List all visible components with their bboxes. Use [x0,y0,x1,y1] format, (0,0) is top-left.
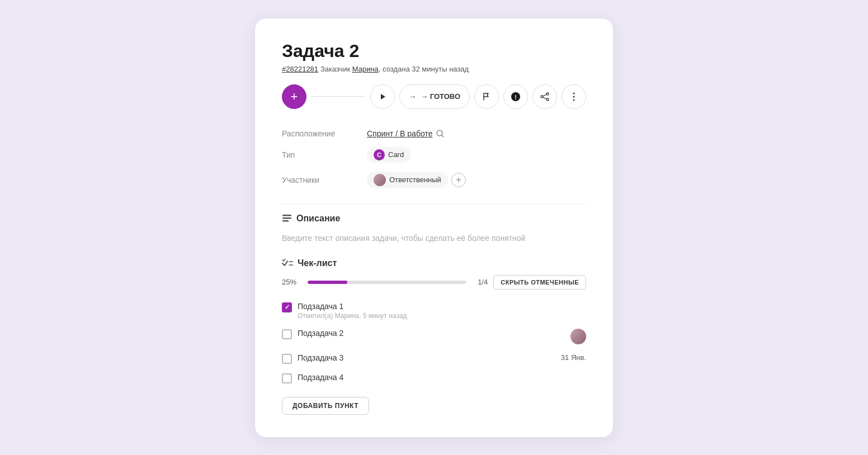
hide-checked-button[interactable]: СКРЫТЬ ОТМЕЧЕННЫЕ [493,275,586,290]
description-icon [282,214,292,223]
type-name: Card [388,150,404,159]
checklist-icon [282,259,293,268]
checklist-item-content-2: Подзадача 2 [298,329,565,338]
checklist-item: Подзадача 1 Отметил(а) Марина, 5 минут н… [282,297,586,324]
svg-text:!: ! [515,93,517,100]
checkbox-1[interactable] [282,302,292,312]
progress-bar-fill [308,281,347,284]
checklist-items: Подзадача 1 Отметил(а) Марина, 5 минут н… [282,297,586,388]
assignee-value: Ответственный + [367,172,466,188]
type-value: C Card [367,147,411,163]
checklist-item-content-1: Подзадача 1 Отметил(а) Марина, 5 минут н… [298,302,586,320]
checklist-progress: 25% 1/4 СКРЫТЬ ОТМЕЧЕННЫЕ [282,275,586,290]
svg-point-3 [546,93,549,95]
location-field: Расположение Спринт / В работе [282,125,586,143]
type-label: Тип [282,150,349,159]
assignee-badge[interactable]: Ответственный [367,172,448,188]
assignee-avatar [374,174,386,186]
location-link[interactable]: Спринт / В работе [367,129,432,138]
checkbox-2[interactable] [282,329,292,339]
description-title: Описание [282,214,586,224]
location-label: Расположение [282,129,349,138]
subtask-3-right: 31 Янв. [561,353,586,362]
svg-marker-0 [381,94,385,99]
progress-bar-bg [308,281,466,284]
checklist-item: Подзадача 2 [282,324,586,349]
add-point-button[interactable]: ДОБАВИТЬ ПУНКТ [282,397,369,415]
svg-line-7 [543,97,546,99]
add-assignee-button[interactable]: + [451,173,466,187]
checkbox-4[interactable] [282,373,292,383]
checklist-item: Подзадача 3 31 Янв. [282,349,586,368]
progress-count: 1/4 [472,278,488,286]
assignee-field: Участники Ответственный + [282,167,586,193]
checklist-item-content-3: Подзадача 3 [298,353,555,362]
task-meta: #28221281 Заказчик Марина, создана 32 ми… [282,65,586,73]
svg-point-4 [541,96,543,98]
subtask-2-name: Подзадача 2 [298,329,565,338]
assignee-label: Участники [282,176,349,184]
subtask-3-date: 31 Янв. [561,353,586,362]
subtask-1-name: Подзадача 1 [298,302,586,311]
type-badge[interactable]: C Card [367,147,411,163]
subtask-1-meta: Отметил(а) Марина, 5 минут назад [298,312,586,320]
search-icon[interactable] [436,129,445,138]
svg-rect-15 [282,220,289,222]
flag-button[interactable] [474,84,499,109]
svg-line-6 [543,94,546,96]
svg-point-8 [573,92,575,94]
description-section: Описание Введите текст описания задачи, … [282,214,586,247]
svg-point-5 [546,98,549,101]
svg-rect-14 [282,217,291,219]
task-card: Задача 2 #28221281 Заказчик Марина, созд… [255,18,613,437]
divider-1 [282,204,586,205]
checklist-item: Подзадача 4 [282,368,586,388]
checklist-header: Чек-лист [282,258,586,268]
svg-point-10 [573,99,575,101]
more-button[interactable] [562,84,586,109]
ready-button[interactable]: → → ГОТОВО [399,84,470,109]
location-value: Спринт / В работе [367,129,445,138]
subtask-2-avatar [570,329,586,344]
subtask-2-right [570,329,586,344]
progress-percent: 25% [282,278,302,286]
add-button[interactable]: + [282,84,306,109]
checklist-section: Чек-лист 25% 1/4 СКРЫТЬ ОТМЕЧЕННЫЕ Подза… [282,258,586,415]
subtask-4-name: Подзадача 4 [298,373,586,382]
subtask-3-name: Подзадача 3 [298,353,555,362]
checkbox-3[interactable] [282,354,292,364]
customer-link[interactable]: Марина [352,65,379,73]
assignee-name: Ответственный [389,176,441,184]
description-placeholder[interactable]: Введите текст описания задачи, чтобы сде… [282,229,586,247]
task-fields: Расположение Спринт / В работе Тип C Car… [282,125,586,193]
checklist-item-content-4: Подзадача 4 [298,373,586,382]
task-title: Задача 2 [282,41,586,61]
svg-line-12 [442,135,444,137]
svg-rect-13 [282,215,291,216]
toolbar-line [311,96,366,97]
type-field: Тип C Card [282,143,586,167]
svg-point-9 [573,96,575,97]
play-button[interactable] [370,84,395,109]
alert-button[interactable]: ! [503,84,528,109]
task-id-link[interactable]: #28221281 [282,65,318,73]
task-toolbar: + → → ГОТОВО ! [282,84,586,109]
share-button[interactable] [532,84,557,109]
type-icon: C [374,149,385,160]
